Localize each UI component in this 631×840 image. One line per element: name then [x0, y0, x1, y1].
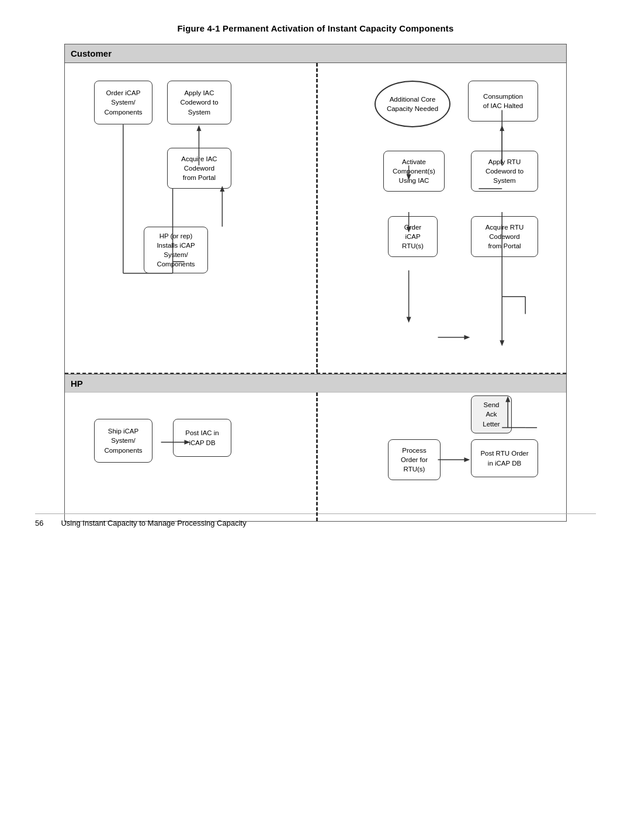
page-footer: 56 Using Instant Capacity to Manage Proc… — [35, 513, 596, 527]
order-icap-label: Order iCAPSystem/Components — [104, 88, 142, 116]
activate-label: ActivateComponent(s)Using IAC — [393, 157, 435, 185]
additional-core-label: Additional CoreCapacity Needed — [387, 95, 438, 113]
dashed-vertical-line-hp — [316, 393, 318, 521]
box-post-iac: Post IAC iniCAP DB — [173, 419, 231, 457]
consumption-halted-label: Consumptionof IAC Halted — [483, 92, 523, 110]
box-process-order: ProcessOrder forRTU(s) — [388, 439, 441, 480]
footer-text: Using Instant Capacity to Manage Process… — [61, 519, 246, 527]
box-post-rtu-order: Post RTU Orderin iCAP DB — [471, 439, 538, 477]
box-send-ack: SendAckLetter — [471, 395, 512, 433]
hp-band: HP — [65, 374, 566, 393]
box-additional-core: Additional CoreCapacity Needed — [375, 81, 450, 127]
customer-band: Customer — [65, 44, 566, 63]
post-rtu-order-label: Post RTU Orderin iCAP DB — [480, 449, 528, 467]
apply-rtu-label: Apply RTUCodeword toSystem — [486, 157, 523, 185]
process-order-label: ProcessOrder forRTU(s) — [401, 446, 428, 474]
box-order-icap: Order iCAPSystem/Components — [94, 81, 152, 124]
box-consumption-halted: Consumptionof IAC Halted — [468, 81, 538, 122]
box-ship-icap: Ship iCAPSystem/Components — [94, 419, 152, 463]
apply-iac-label: Apply IACCodeword toSystem — [180, 88, 218, 116]
svg-marker-21 — [464, 335, 470, 340]
customer-label: Customer — [71, 48, 112, 58]
box-apply-iac: Apply IACCodeword toSystem — [167, 81, 231, 124]
box-activate: ActivateComponent(s)Using IAC — [383, 151, 445, 192]
hp-installs-label: HP (or rep)Installs iCAPSystem/Component… — [157, 231, 195, 269]
box-hp-installs: HP (or rep)Installs iCAPSystem/Component… — [144, 227, 208, 273]
customer-area: Order iCAPSystem/Components Apply IACCod… — [65, 63, 566, 373]
acquire-iac-label: Acquire IACCodewordfrom Portal — [181, 154, 217, 182]
figure-title: Figure 4-1 Permanent Activation of Insta… — [35, 23, 596, 33]
box-acquire-iac: Acquire IACCodewordfrom Portal — [167, 148, 231, 189]
svg-marker-3 — [196, 125, 201, 131]
svg-marker-27 — [464, 457, 470, 462]
box-order-icap-rtu: OrderiCAPRTU(s) — [388, 216, 438, 257]
post-iac-label: Post IAC iniCAP DB — [185, 428, 219, 447]
svg-marker-15 — [500, 125, 504, 131]
footer-page-number: 56 — [35, 519, 43, 527]
hp-section: Ship iCAPSystem/Components Post IAC iniC… — [65, 393, 566, 521]
dashed-vertical-line — [316, 63, 318, 373]
page-container: Figure 4-1 Permanent Activation of Insta… — [0, 0, 631, 545]
box-acquire-rtu: Acquire RTUCodewordfrom Portal — [471, 216, 538, 257]
send-ack-label: SendAckLetter — [483, 400, 500, 428]
acquire-rtu-label: Acquire RTUCodewordfrom Portal — [486, 223, 524, 251]
box-apply-rtu: Apply RTUCodeword toSystem — [471, 151, 538, 192]
svg-marker-13 — [407, 317, 411, 323]
diagram-outer: Customer — [64, 44, 567, 522]
ship-icap-label: Ship iCAPSystem/Components — [104, 426, 142, 454]
order-icap-rtu-label: OrderiCAPRTU(s) — [402, 223, 424, 251]
hp-label: HP — [71, 379, 83, 388]
svg-marker-19 — [500, 341, 504, 346]
